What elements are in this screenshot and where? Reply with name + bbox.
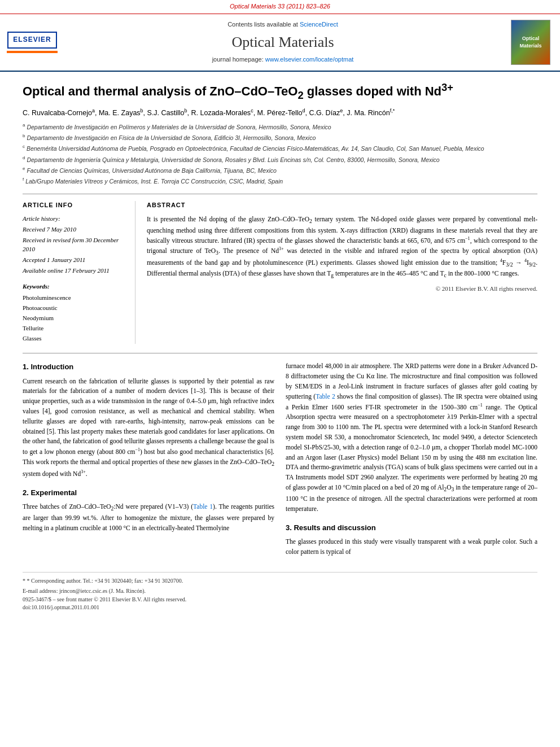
article-info-panel: ARTICLE INFO Article history: Received 7… xyxy=(23,201,135,344)
journal-homepage: journal homepage: www.elsevier.com/locat… xyxy=(63,55,502,64)
affiliations-section: a Departamento de Investigación en Polím… xyxy=(23,122,537,186)
results-paragraph: The glasses produced in this study were … xyxy=(286,537,537,557)
article-footer: * * Corresponding author. Tel.: +34 91 3… xyxy=(23,572,537,612)
keyword-photoacoustic: Photoacoustic xyxy=(23,304,127,313)
experimental-heading: 2. Experimental xyxy=(23,487,274,499)
table2-link[interactable]: Table 2 xyxy=(316,393,335,400)
history-label: Article history: xyxy=(23,215,127,224)
homepage-link[interactable]: www.elsevier.com/locate/optmat xyxy=(265,56,354,63)
table1-link[interactable]: Table 1 xyxy=(193,503,213,510)
article-history: Article history: Received 7 May 2010 Rec… xyxy=(23,215,127,276)
accepted-date: Accepted 1 January 2011 xyxy=(23,256,127,265)
footer-doi: doi:10.1016/j.optmat.2011.01.001 xyxy=(23,604,537,612)
article-title: Optical and thermal analysis of ZnO–CdO–… xyxy=(23,81,537,102)
footnote-email: E-mail address: jrincon@ietcc.csic.es (J… xyxy=(23,587,537,596)
cover-label: OpticalMaterials xyxy=(519,35,541,50)
abstract-label: ABSTRACT xyxy=(147,201,537,210)
received-revised-date: Received in revised form 30 December 201… xyxy=(23,236,127,254)
journal-cover-area: OpticalMaterials xyxy=(508,20,553,65)
affiliation-c: c Benemérita Universidad Autónoma de Pue… xyxy=(23,143,537,153)
affiliation-a: a Departamento de Investigación en Polím… xyxy=(23,122,537,132)
journal-info-center: Contents lists available at ScienceDirec… xyxy=(63,20,502,64)
introduction-heading: 1. Introduction xyxy=(23,361,274,373)
keywords-label: Keywords: xyxy=(23,282,127,291)
footnote-corresponding-text: * Corresponding author. Tel.: +34 91 302… xyxy=(27,578,183,584)
journal-citation: Optical Materials 33 (2011) 823–826 xyxy=(230,3,330,10)
journal-title: Optical Materials xyxy=(63,32,502,53)
abstract-panel: ABSTRACT It is presented the Nd doping o… xyxy=(147,201,537,344)
affiliation-f: f Lab/Grupo Materiales Vítreos y Cerámic… xyxy=(23,176,537,186)
article-info-label: ARTICLE INFO xyxy=(23,201,127,210)
contents-line: Contents lists available at ScienceDirec… xyxy=(63,20,502,29)
keyword-neodymium: Neodymium xyxy=(23,314,127,323)
keyword-glasses: Glasses xyxy=(23,334,127,343)
affiliation-d: d Departamento de Ingeniería Química y M… xyxy=(23,155,537,164)
main-columns: 1. Introduction Current research on the … xyxy=(23,353,537,562)
keywords-section: Keywords: Photoluminescence Photoacousti… xyxy=(23,282,127,343)
journal-citation-bar: Optical Materials 33 (2011) 823–826 xyxy=(0,0,560,14)
elsevier-orange-bar xyxy=(7,51,58,53)
detected-word: detected xyxy=(300,247,322,254)
journal-cover-image: OpticalMaterials xyxy=(511,20,550,65)
publisher-logo-area: ELSEVIER xyxy=(7,32,58,53)
left-column: 1. Introduction Current research on the … xyxy=(23,361,274,562)
footnote-star-symbol: * xyxy=(23,578,27,584)
article-body: Optical and thermal analysis of ZnO–CdO–… xyxy=(0,72,560,621)
authors-line: C. Ruvalcaba-Cornejoa, Ma. E. Zayasb, S.… xyxy=(23,107,537,118)
journal-header: ELSEVIER Contents lists available at Sci… xyxy=(0,14,560,72)
experimental-paragraph: Three batches of ZnO–CdO–TeO2:Nd were pr… xyxy=(23,502,274,534)
results-heading: 3. Results and discussion xyxy=(286,522,537,534)
elsevier-logo: ELSEVIER xyxy=(7,32,56,48)
right-col-paragraph-1: furnace model 48,000 in air atmosphere. … xyxy=(286,361,537,514)
received-date: Received 7 May 2010 xyxy=(23,225,127,234)
footnote-corresponding: * * Corresponding author. Tel.: +34 91 3… xyxy=(23,577,537,586)
copyright-line: © 2011 Elsevier B.V. All rights reserved… xyxy=(147,285,537,294)
right-column: furnace model 48,000 in air atmosphere. … xyxy=(286,361,537,562)
sciencedirect-link[interactable]: ScienceDirect xyxy=(300,21,338,28)
keyword-photoluminescence: Photoluminescence xyxy=(23,294,127,303)
abstract-text: It is presented the Nd doping of the gla… xyxy=(147,215,537,280)
affiliation-e: e Facultad de Ciencias Químicas, Univers… xyxy=(23,165,537,175)
keyword-tellurite: Tellurite xyxy=(23,324,127,333)
affiliation-b: b Departamento de Investigación en Físic… xyxy=(23,133,537,142)
footer-issn: 0925-3467/$ – see front matter © 2011 El… xyxy=(23,596,537,604)
info-abstract-row: ARTICLE INFO Article history: Received 7… xyxy=(23,194,537,344)
available-date: Available online 17 February 2011 xyxy=(23,267,127,276)
homepage-prefix: journal homepage: xyxy=(212,56,265,63)
contents-prefix: Contents lists available at xyxy=(228,21,300,28)
intro-paragraph: Current research on the fabrication of t… xyxy=(23,377,274,479)
